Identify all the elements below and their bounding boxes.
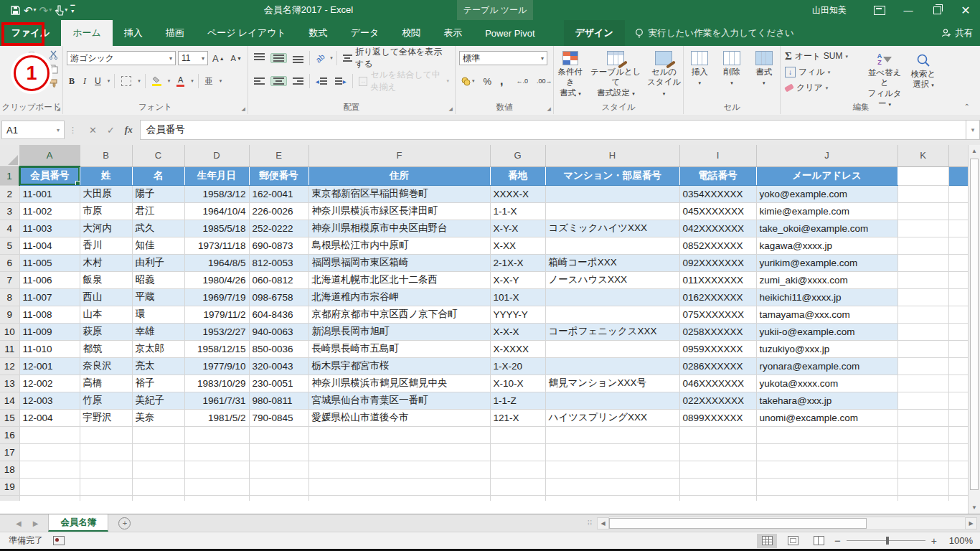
- cell-J17[interactable]: [756, 443, 897, 461]
- cell-I8[interactable]: 0162XXXXXX: [679, 288, 756, 306]
- cell-E2[interactable]: 162-0041: [249, 185, 308, 202]
- cell-F16[interactable]: [308, 426, 490, 443]
- cell-H1[interactable]: マンション・部屋番号: [545, 166, 679, 185]
- cell-H4[interactable]: コズミックハイツXXX: [545, 220, 679, 237]
- cell-F8[interactable]: 北海道稚内市宗谷岬: [308, 288, 490, 306]
- column-header-H[interactable]: H: [545, 145, 679, 166]
- italic-icon[interactable]: I: [81, 75, 88, 88]
- cell-partial-20-2[interactable]: [132, 495, 184, 501]
- cell-partial-20-6[interactable]: [490, 495, 545, 501]
- customize-qat-icon[interactable]: ▔▾: [70, 7, 75, 13]
- cell-partial-14[interactable]: [948, 392, 968, 409]
- tab-ホーム[interactable]: ホーム: [61, 20, 113, 46]
- middle-align-icon[interactable]: [270, 53, 287, 63]
- cell-G1[interactable]: 番地: [490, 166, 545, 185]
- zoom-slider[interactable]: [847, 540, 925, 541]
- cell-C16[interactable]: [132, 426, 184, 443]
- cell-D11[interactable]: 1958/12/15: [184, 340, 249, 357]
- underline-icon[interactable]: U: [93, 75, 103, 87]
- cell-D19[interactable]: [184, 478, 249, 495]
- cell-C9[interactable]: 環: [132, 306, 184, 323]
- format-painter-icon[interactable]: [49, 79, 58, 88]
- cell-partial-20-0[interactable]: [19, 495, 80, 501]
- cell-I2[interactable]: 0354XXXXXX: [679, 185, 756, 202]
- cell-B3[interactable]: 市原: [80, 202, 132, 220]
- cell-J3[interactable]: kimie@example.com: [756, 202, 897, 220]
- cell-B15[interactable]: 宇野沢: [80, 409, 132, 426]
- cell-E8[interactable]: 098-6758: [249, 288, 308, 306]
- row-header-10[interactable]: 10: [0, 323, 19, 340]
- cell-partial-20-5[interactable]: [308, 495, 490, 501]
- cell-partial-11[interactable]: [948, 340, 968, 357]
- cell-partial-20-3[interactable]: [184, 495, 249, 501]
- cell-A12[interactable]: 12-001: [19, 357, 80, 375]
- cell-K9[interactable]: [897, 306, 948, 323]
- cell-F6[interactable]: 福岡県福岡市東区箱崎: [308, 254, 490, 271]
- cell-F13[interactable]: 神奈川県横浜市鶴見区鶴見中央: [308, 375, 490, 392]
- cell-I18[interactable]: [679, 461, 756, 478]
- cell-I13[interactable]: 046XXXXXXX: [679, 375, 756, 392]
- cell-D14[interactable]: 1961/7/31: [184, 392, 249, 409]
- vertical-scroll-thumb[interactable]: [970, 159, 979, 490]
- cell-J14[interactable]: takehara@xxx.jp: [756, 392, 897, 409]
- cell-F5[interactable]: 島根県松江市内中原町: [308, 237, 490, 254]
- cell-I16[interactable]: [679, 426, 756, 443]
- cell-partial-6[interactable]: [948, 254, 968, 271]
- number-dialog-launcher-icon[interactable]: ◢: [547, 106, 551, 112]
- cell-B4[interactable]: 大河内: [80, 220, 132, 237]
- cell-B7[interactable]: 飯泉: [80, 271, 132, 288]
- row-header-15[interactable]: 15: [0, 409, 19, 426]
- cell-K14[interactable]: [897, 392, 948, 409]
- number-format-combo[interactable]: 標準▾: [459, 51, 547, 65]
- page-break-view-button[interactable]: [809, 534, 829, 548]
- fill-button[interactable]: ↓フィル▾: [785, 65, 864, 79]
- row-header-9[interactable]: 9: [0, 306, 19, 323]
- cell-C17[interactable]: [132, 443, 184, 461]
- cell-D4[interactable]: 1985/5/18: [184, 220, 249, 237]
- cell-A3[interactable]: 11-002: [19, 202, 80, 220]
- zoom-out-icon[interactable]: −: [834, 534, 841, 547]
- cell-E5[interactable]: 690-0873: [249, 237, 308, 254]
- cell-B5[interactable]: 香川: [80, 237, 132, 254]
- decrease-indent-icon[interactable]: ◂: [314, 77, 329, 86]
- cell-B16[interactable]: [80, 426, 132, 443]
- column-header-F[interactable]: F: [308, 145, 490, 166]
- row-header-7[interactable]: 7: [0, 271, 19, 288]
- cell-I12[interactable]: 0286XXXXXX: [679, 357, 756, 375]
- cell-G19[interactable]: [490, 478, 545, 495]
- cell-D16[interactable]: [184, 426, 249, 443]
- cell-H5[interactable]: [545, 237, 679, 254]
- horizontal-scrollbar[interactable]: ◀ ▶: [597, 514, 980, 532]
- cell-B11[interactable]: 都筑: [80, 340, 132, 357]
- cell-A5[interactable]: 11-004: [19, 237, 80, 254]
- cell-D13[interactable]: 1983/10/29: [184, 375, 249, 392]
- cell-A17[interactable]: [19, 443, 80, 461]
- row-header-20[interactable]: [0, 495, 19, 501]
- row-header-17[interactable]: 17: [0, 443, 19, 461]
- cell-G4[interactable]: X-Y-X: [490, 220, 545, 237]
- cell-F17[interactable]: [308, 443, 490, 461]
- cell-C11[interactable]: 京太郎: [132, 340, 184, 357]
- accounting-format-icon[interactable]: ▾: [459, 76, 477, 87]
- top-align-icon[interactable]: [252, 52, 267, 64]
- cell-partial-15[interactable]: [948, 409, 968, 426]
- cell-B14[interactable]: 竹原: [80, 392, 132, 409]
- cell-G14[interactable]: 1-1-Z: [490, 392, 545, 409]
- page-layout-view-button[interactable]: [783, 534, 803, 548]
- center-icon[interactable]: [270, 76, 287, 86]
- fill-color-icon[interactable]: [150, 75, 164, 87]
- cell-B9[interactable]: 山本: [80, 306, 132, 323]
- cell-K18[interactable]: [897, 461, 948, 478]
- cell-partial-7[interactable]: [948, 271, 968, 288]
- vertical-scrollbar[interactable]: ▲ ▼: [968, 145, 980, 514]
- cell-B13[interactable]: 高橋: [80, 375, 132, 392]
- cell-A1[interactable]: 会員番号: [19, 166, 80, 185]
- cell-D17[interactable]: [184, 443, 249, 461]
- cell-A19[interactable]: [19, 478, 80, 495]
- cell-D7[interactable]: 1980/4/26: [184, 271, 249, 288]
- cell-C7[interactable]: 昭義: [132, 271, 184, 288]
- cell-F12[interactable]: 栃木県宇都宮市桜: [308, 357, 490, 375]
- cell-partial-16[interactable]: [948, 426, 968, 443]
- prev-sheet-icon[interactable]: ◀: [16, 519, 22, 527]
- cell-K17[interactable]: [897, 443, 948, 461]
